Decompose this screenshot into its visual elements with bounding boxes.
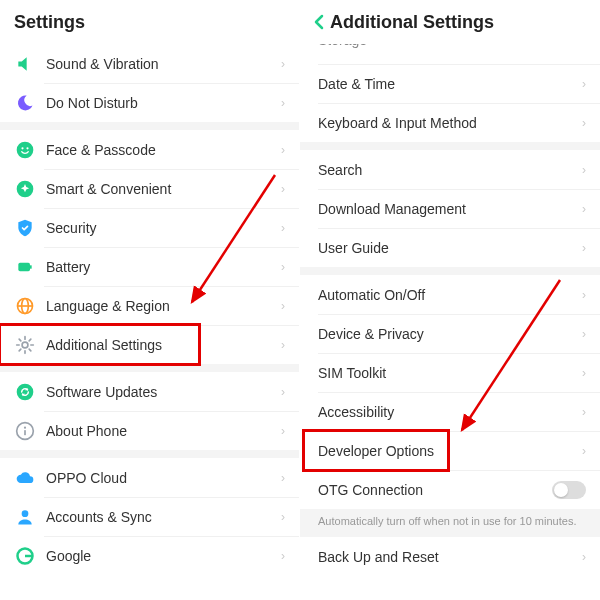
chevron-right-icon: › xyxy=(582,444,586,458)
svg-rect-5 xyxy=(30,265,32,268)
settings-item-label: Software Updates xyxy=(46,384,281,400)
divider xyxy=(300,267,600,275)
settings-item-keyboard[interactable]: Keyboard & Input Method› xyxy=(300,103,600,142)
google-g-icon xyxy=(14,545,36,567)
divider xyxy=(0,450,299,458)
settings-item-sim[interactable]: SIM Toolkit› xyxy=(300,353,600,392)
settings-item-label: Accounts & Sync xyxy=(46,509,281,525)
settings-item-dnd[interactable]: Do Not Disturb› xyxy=(0,83,299,122)
settings-item-label: About Phone xyxy=(46,423,281,439)
settings-item-cloud[interactable]: OPPO Cloud› xyxy=(0,458,299,497)
settings-item-updates[interactable]: Software Updates› xyxy=(0,372,299,411)
settings-item-label: Search xyxy=(318,162,582,178)
settings-item-label: Accessibility xyxy=(318,404,582,420)
svg-rect-13 xyxy=(24,430,26,435)
user-icon xyxy=(14,506,36,528)
settings-item-developer[interactable]: Developer Options› xyxy=(300,431,600,470)
chevron-right-icon: › xyxy=(582,163,586,177)
chevron-right-icon: › xyxy=(582,327,586,341)
settings-item-label: Face & Passcode xyxy=(46,142,281,158)
speaker-icon xyxy=(14,53,36,75)
globe-icon xyxy=(14,295,36,317)
settings-item-label: Security xyxy=(46,220,281,236)
chevron-right-icon: › xyxy=(281,299,285,313)
chevron-right-icon: › xyxy=(281,471,285,485)
settings-item-battery[interactable]: Battery› xyxy=(0,247,299,286)
settings-item-label: Keyboard & Input Method xyxy=(318,115,582,131)
chevron-right-icon: › xyxy=(281,143,285,157)
settings-item-lang[interactable]: Language & Region› xyxy=(0,286,299,325)
settings-item-backup[interactable]: Back Up and Reset› xyxy=(300,537,600,576)
divider xyxy=(0,364,299,372)
chevron-right-icon: › xyxy=(281,57,285,71)
refresh-circle-icon xyxy=(14,381,36,403)
settings-item-sound[interactable]: Sound & Vibration› xyxy=(0,44,299,83)
settings-item-label: Device & Privacy xyxy=(318,326,582,342)
settings-item-guide[interactable]: User Guide› xyxy=(300,228,600,267)
settings-item-label: Additional Settings xyxy=(46,337,281,353)
settings-item-date[interactable]: Date & Time› xyxy=(300,64,600,103)
battery-icon xyxy=(14,256,36,278)
settings-item-smart[interactable]: Smart & Convenient› xyxy=(0,169,299,208)
settings-item-storage[interactable]: Storage› xyxy=(300,44,600,64)
divider xyxy=(300,142,600,150)
moon-icon xyxy=(14,92,36,114)
settings-item-download[interactable]: Download Management› xyxy=(300,189,600,228)
spark-circle-icon xyxy=(14,178,36,200)
svg-point-9 xyxy=(22,342,28,348)
settings-item-label: Language & Region xyxy=(46,298,281,314)
toggle-otg[interactable] xyxy=(552,481,586,499)
settings-item-accessibility[interactable]: Accessibility› xyxy=(300,392,600,431)
settings-header: Settings xyxy=(0,0,299,44)
settings-item-label: Battery xyxy=(46,259,281,275)
additional-list: Storage›Date & Time›Keyboard & Input Met… xyxy=(300,44,600,576)
settings-list: Sound & Vibration›Do Not Disturb›Face & … xyxy=(0,44,299,575)
divider xyxy=(0,122,299,130)
chevron-right-icon: › xyxy=(281,424,285,438)
shield-icon xyxy=(14,217,36,239)
chevron-right-icon: › xyxy=(281,549,285,563)
chevron-right-icon: › xyxy=(582,366,586,380)
settings-item-label: OPPO Cloud xyxy=(46,470,281,486)
settings-item-label: Developer Options xyxy=(318,443,582,459)
settings-item-label: Download Management xyxy=(318,201,582,217)
additional-header: Additional Settings xyxy=(300,0,600,44)
settings-item-accounts[interactable]: Accounts & Sync› xyxy=(0,497,299,536)
chevron-right-icon: › xyxy=(281,96,285,110)
settings-item-label: Google xyxy=(46,548,281,564)
chevron-right-icon: › xyxy=(281,338,285,352)
svg-point-2 xyxy=(26,147,28,149)
settings-item-auto-onoff[interactable]: Automatic On/Off› xyxy=(300,275,600,314)
settings-item-label: Sound & Vibration xyxy=(46,56,281,72)
chevron-right-icon: › xyxy=(582,405,586,419)
settings-item-about[interactable]: About Phone› xyxy=(0,411,299,450)
chevron-right-icon: › xyxy=(281,510,285,524)
chevron-right-icon: › xyxy=(582,77,586,91)
chevron-right-icon: › xyxy=(582,202,586,216)
chevron-right-icon: › xyxy=(281,385,285,399)
settings-item-label: Back Up and Reset xyxy=(318,549,582,565)
svg-rect-4 xyxy=(18,262,30,270)
gear-icon xyxy=(14,334,36,356)
settings-item-security[interactable]: Security› xyxy=(0,208,299,247)
settings-item-google[interactable]: Google› xyxy=(0,536,299,575)
cloud-icon xyxy=(14,467,36,489)
additional-title: Additional Settings xyxy=(330,12,494,33)
settings-item-label: SIM Toolkit xyxy=(318,365,582,381)
settings-item-additional[interactable]: Additional Settings› xyxy=(0,325,299,364)
settings-item-label: Automatic On/Off xyxy=(318,287,582,303)
settings-item-label: OTG Connection xyxy=(318,482,552,498)
info-icon xyxy=(14,420,36,442)
settings-pane: Settings Sound & Vibration›Do Not Distur… xyxy=(0,0,300,600)
settings-item-label: Do Not Disturb xyxy=(46,95,281,111)
chevron-right-icon: › xyxy=(582,288,586,302)
settings-item-search[interactable]: Search› xyxy=(300,150,600,189)
settings-item-otg[interactable]: OTG Connection xyxy=(300,470,600,509)
settings-item-face[interactable]: Face & Passcode› xyxy=(0,130,299,169)
settings-item-label: Date & Time xyxy=(318,76,582,92)
settings-item-label: User Guide xyxy=(318,240,582,256)
back-icon[interactable] xyxy=(314,14,324,30)
chevron-right-icon: › xyxy=(281,260,285,274)
settings-item-privacy[interactable]: Device & Privacy› xyxy=(300,314,600,353)
svg-point-14 xyxy=(22,510,29,517)
